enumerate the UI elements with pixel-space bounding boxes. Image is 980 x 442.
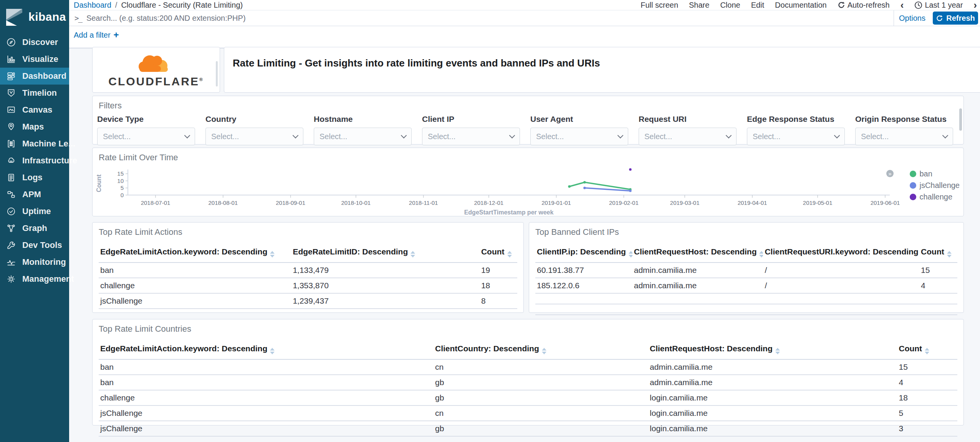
svg-text:0: 0 <box>121 192 124 198</box>
filter-field-device-type: Device TypeSelect... <box>97 115 195 145</box>
column-header-sort[interactable]: Count <box>897 340 957 359</box>
filters-panel-title: Filters <box>93 96 963 111</box>
sidebar-item-canvas[interactable]: Canvas <box>0 101 69 118</box>
sidebar-item-dashboard[interactable]: Dashboard <box>0 68 69 85</box>
sidebar-item-dev-tools[interactable]: Dev Tools <box>0 237 69 254</box>
sort-icon <box>270 348 275 354</box>
time-next-button[interactable]: › <box>973 1 977 9</box>
banner-title: Rate Limiting - Get insights into rate l… <box>224 47 980 69</box>
table-row: jsChallenge1,239,4378 <box>99 293 517 309</box>
sidebar: kibana DiscoverVisualizeDashboardTimelio… <box>0 0 69 442</box>
table-cell: 19 <box>480 263 517 278</box>
breadcrumb-separator: / <box>115 1 118 10</box>
filter-select-client-ip[interactable]: Select... <box>422 128 520 145</box>
sidebar-item-visualize[interactable]: Visualize <box>0 51 69 68</box>
filter-select-hostname[interactable]: Select... <box>314 128 412 145</box>
table-cell: jsChallenge <box>99 293 291 309</box>
table-row: jsChallengegblogin.camilia.me3 <box>99 421 957 436</box>
sidebar-item-discover[interactable]: Discover <box>0 34 69 51</box>
filter-field-country: CountrySelect... <box>205 115 303 145</box>
cloudflare-cloud-icon <box>132 53 181 76</box>
canvas-icon <box>6 105 16 115</box>
sidebar-item-infrastructure[interactable]: Infrastructure <box>0 152 69 169</box>
sidebar-item-timelion[interactable]: Timelion <box>0 85 69 101</box>
sidebar-item-logs[interactable]: Logs <box>0 169 69 186</box>
nav-clone-button[interactable]: Clone <box>720 1 740 10</box>
sidebar-item-apm[interactable]: APM <box>0 186 69 203</box>
sidebar-item-management[interactable]: Management <box>0 271 69 287</box>
time-range-picker[interactable]: Last 1 year <box>914 1 963 10</box>
filter-select-edge-response-status[interactable]: Select... <box>747 128 845 145</box>
svg-text:2019-01-01: 2019-01-01 <box>541 199 571 206</box>
column-header-sort[interactable]: Count <box>919 243 957 263</box>
nav-full-screen-button[interactable]: Full screen <box>641 1 678 10</box>
chevron-down-icon <box>726 132 732 138</box>
search-input[interactable] <box>86 14 894 23</box>
sidebar-item-uptime[interactable]: Uptime <box>0 203 69 220</box>
breadcrumb-dashboard-link[interactable]: Dashboard <box>74 1 111 10</box>
legend-item-challenge[interactable]: challenge <box>910 193 960 201</box>
filter-select-device-type[interactable]: Select... <box>97 128 195 145</box>
table-cell: admin.camilia.me <box>632 263 763 278</box>
filter-select-user-agent[interactable]: Select... <box>530 128 628 145</box>
column-header-label: EdgeRateLimitID: Descending <box>293 247 408 256</box>
sidebar-item-maps[interactable]: Maps <box>0 118 69 135</box>
time-prev-button[interactable]: ‹ <box>901 1 904 9</box>
sort-icon <box>629 251 632 258</box>
visualize-icon <box>6 54 16 64</box>
nav-edit-button[interactable]: Edit <box>751 1 764 10</box>
select-placeholder: Select... <box>753 132 780 141</box>
filter-field-hostname: HostnameSelect... <box>314 115 412 145</box>
filter-select-origin-response-status[interactable]: Select... <box>855 128 953 145</box>
column-header-sort[interactable]: ClientCountry: Descending <box>434 340 648 359</box>
filter-field-label: Hostname <box>314 115 412 124</box>
filter-select-country[interactable]: Select... <box>205 128 303 145</box>
add-filter-label: Add a filter <box>74 31 111 40</box>
chevron-down-icon <box>509 132 515 138</box>
sidebar-item-machine-le[interactable]: Machine Le... <box>0 135 69 152</box>
sidebar-item-graph[interactable]: Graph <box>0 220 69 237</box>
sidebar-item-label: Machine Le... <box>22 139 75 149</box>
column-header-sort[interactable]: ClientRequestHost: Descending <box>632 243 763 263</box>
column-header-sort[interactable]: ClientRequestHost: Descending <box>648 340 897 359</box>
table-cell: 15 <box>919 263 957 278</box>
legend-label: jsChallenge <box>919 181 960 190</box>
refresh-button[interactable]: Refresh <box>933 12 978 25</box>
column-header-sort[interactable]: EdgeRateLimitAction.keyword: Descending <box>99 243 291 263</box>
filters-scrollbar[interactable] <box>959 108 962 131</box>
clock-icon <box>914 1 922 9</box>
nav-share-button[interactable]: Share <box>689 1 709 10</box>
timelion-icon <box>6 88 16 98</box>
auto-refresh-button[interactable]: Auto-refresh <box>838 1 890 10</box>
sidebar-item-monitoring[interactable]: Monitoring <box>0 254 69 271</box>
legend-expand-button[interactable]: » <box>886 170 894 177</box>
monitoring-icon <box>6 257 16 267</box>
kibana-logo[interactable]: kibana <box>0 0 69 34</box>
column-header-sort[interactable]: ClientRequestURI.keyword: Descending <box>763 243 919 263</box>
column-header-label: ClientRequestHost: Descending <box>650 344 773 353</box>
column-header-sort[interactable]: Count <box>480 243 517 263</box>
svg-text:2018-09-01: 2018-09-01 <box>276 199 305 206</box>
sort-icon <box>947 251 952 258</box>
top-rate-limit-actions-panel: Top Rate Limit Actions EdgeRateLimitActi… <box>92 222 524 313</box>
legend-item-jsChallenge[interactable]: jsChallenge <box>910 181 960 190</box>
svg-text:2019-05-01: 2019-05-01 <box>803 199 833 206</box>
kibana-logo-text: kibana <box>28 10 66 23</box>
cloudflare-wordmark: CLOUDFLARE® <box>108 76 204 87</box>
nav-documentation-button[interactable]: Documentation <box>775 1 827 10</box>
table-cell: gb <box>434 390 648 405</box>
legend-item-ban[interactable]: ban <box>910 169 960 178</box>
panel-scrollbar[interactable] <box>216 61 218 86</box>
filter-select-request-uri[interactable]: Select... <box>639 128 737 145</box>
column-header-label: ClientCountry: Descending <box>435 344 539 353</box>
add-filter-button[interactable]: Add a filter + <box>74 30 119 40</box>
auto-refresh-label: Auto-refresh <box>848 1 890 10</box>
column-header-sort[interactable]: EdgeRateLimitAction.keyword: Descending <box>99 340 434 359</box>
ips-table-title: Top Banned Client IPs <box>529 223 963 237</box>
column-header-sort[interactable]: EdgeRateLimitID: Descending <box>291 243 480 263</box>
options-button[interactable]: Options <box>894 10 930 26</box>
chart-legend: banjsChallengechallenge <box>910 169 960 201</box>
filter-field-label: Request URI <box>639 115 737 124</box>
table-cell: gb <box>434 375 648 390</box>
column-header-sort[interactable]: ClientIP.ip: Descending <box>535 243 632 263</box>
